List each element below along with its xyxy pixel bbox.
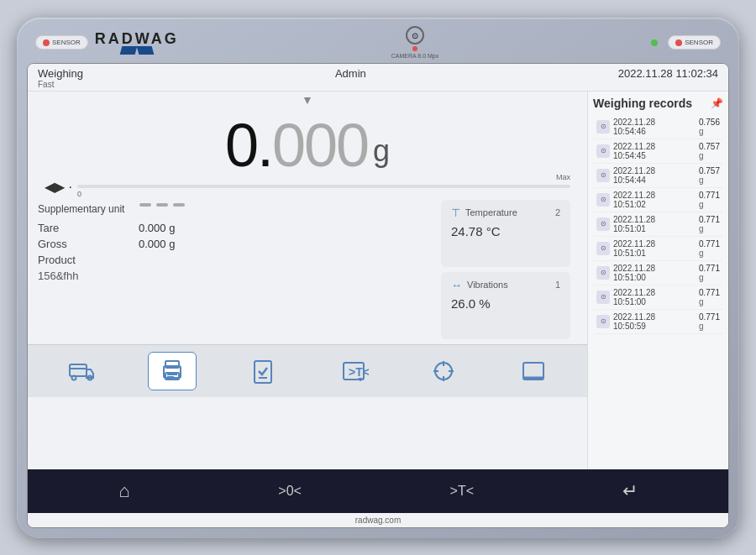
right-sensor-green-dot	[651, 39, 658, 46]
record-value-0: 0.756 g	[699, 118, 720, 136]
record-item: ⊙ 2022.11.2810:51:00 0.771 g	[593, 285, 723, 310]
record-left-4: ⊙ 2022.11.2810:51:01	[596, 215, 655, 233]
tare-button[interactable]: >T<	[437, 480, 487, 502]
record-icon-2: ⊙	[596, 169, 610, 182]
vibrations-value: 26.0 %	[451, 296, 560, 311]
truck-print-button[interactable]	[58, 353, 105, 390]
records-title-text: Weighing records	[593, 97, 692, 110]
record-item: ⊙ 2022.11.2810:51:01 0.771 g	[593, 237, 723, 261]
product-row: Product	[38, 254, 428, 266]
print-button[interactable]	[148, 352, 197, 390]
gross-value: 0.000 g	[139, 238, 175, 250]
record-left-8: ⊙ 2022.11.2810:50:59	[596, 312, 655, 331]
top-bar-right: SENSOR	[651, 35, 721, 50]
record-datetime-1: 2022.11.2810:54:45	[613, 142, 655, 160]
record-icon-0: ⊙	[596, 120, 610, 134]
record-left-7: ⊙ 2022.11.2810:51:00	[596, 288, 655, 306]
records-list: ⊙ 2022.11.2810:54:46 0.756 g ⊙ 2022.11.2…	[593, 115, 723, 334]
top-bar-left: SENSOR RADWAG	[35, 30, 179, 55]
target-t-button[interactable]: >T<	[330, 353, 377, 390]
record-datetime-4: 2022.11.2810:51:01	[613, 215, 655, 233]
weight-display: 0.000 g	[28, 108, 587, 179]
temperature-widget: ⊤ Temperature 2 24.78 °C	[441, 200, 570, 267]
record-icon-1: ⊙	[596, 144, 610, 158]
weight-decimal: 000	[272, 112, 368, 179]
camera-dot	[412, 46, 417, 51]
main-panel: ▼ 0.000 g ◀▶ · 0 Max	[28, 92, 587, 469]
widgets-area: ⊤ Temperature 2 24.78 °C ↔ Vibrations 1	[434, 200, 577, 339]
gross-row: Gross 0.000 g	[38, 238, 428, 250]
record-datetime-8: 2022.11.2810:50:59	[613, 312, 655, 331]
record-item: ⊙ 2022.11.2810:50:59 0.771 g	[593, 310, 723, 334]
record-icon-3: ⊙	[596, 193, 610, 207]
info-area: Supplementary unit Tare 0.000 g	[28, 195, 587, 344]
record-item: ⊙ 2022.11.2810:54:44 0.757 g	[593, 164, 723, 188]
record-item: ⊙ 2022.11.2810:51:00 0.771 g	[593, 261, 723, 285]
record-value-7: 0.771 g	[699, 288, 720, 306]
record-icon-4: ⊙	[596, 217, 610, 231]
pin-icon: 📌	[711, 97, 723, 109]
record-value-5: 0.771 g	[699, 239, 720, 258]
tare-value: 0.000 g	[139, 222, 175, 234]
record-left-2: ⊙ 2022.11.2810:54:44	[596, 166, 655, 185]
dot1	[139, 203, 151, 207]
temp-side-num: 2	[555, 207, 560, 217]
vibrations-widget: ↔ Vibrations 1 26.0 %	[441, 272, 570, 339]
scale-zero-label: 0	[77, 190, 81, 198]
camera-area: ⊙ CAMERA 8.0 Mpx	[391, 26, 438, 59]
temperature-header: ⊤ Temperature 2	[451, 207, 560, 219]
record-datetime-7: 2022.11.2810:51:00	[613, 288, 655, 306]
scale-bar-area: ◀▶ · 0 Max	[28, 179, 587, 195]
temperature-title: Temperature	[465, 207, 517, 217]
tare-row: Tare 0.000 g	[38, 222, 428, 234]
enter-button[interactable]: ↵	[609, 477, 651, 505]
dropdown-area[interactable]: ▼	[28, 92, 587, 108]
thermometer-icon: ⊤	[451, 207, 460, 219]
supplementary-label: Supplementary unit	[38, 203, 124, 215]
record-left-3: ⊙ 2022.11.2810:51:02	[596, 191, 655, 209]
bottom-nav: ⌂ >0< >T< ↵	[28, 469, 728, 513]
home-button[interactable]: ⌂	[105, 477, 143, 505]
info-left: Supplementary unit Tare 0.000 g	[38, 200, 428, 339]
vibrations-header: ↔ Vibrations 1	[451, 279, 560, 291]
records-title: Weighing records 📌	[593, 97, 723, 110]
record-value-2: 0.757 g	[699, 166, 720, 185]
header-user: Admin	[335, 67, 366, 80]
product-label: Product	[38, 254, 139, 266]
right-sensor-badge: SENSOR	[668, 35, 721, 50]
gross-label: Gross	[38, 238, 139, 250]
record-datetime-0: 2022.11.2810:54:46	[613, 118, 655, 136]
record-item: ⊙ 2022.11.2810:54:46 0.756 g	[593, 115, 723, 139]
camera-icon: ⊙	[406, 26, 424, 45]
header-datetime: 2022.11.28 11:02:34	[618, 67, 718, 80]
header-left: Weighing Fast	[38, 67, 83, 89]
record-item: ⊙ 2022.11.2810:54:45 0.757 g	[593, 139, 723, 164]
screen-header: Weighing Fast Admin 2022.11.28 11:02:34	[28, 64, 728, 92]
bottom-bar-button[interactable]	[510, 353, 557, 390]
record-datetime-2: 2022.11.2810:54:44	[613, 166, 655, 185]
scale-icon: ◀▶ ·	[45, 179, 72, 195]
dot3	[173, 203, 185, 207]
crosshair-button[interactable]	[420, 353, 467, 390]
right-sensor-dot	[675, 39, 682, 46]
record-value-6: 0.771 g	[699, 264, 720, 282]
record-left-1: ⊙ 2022.11.2810:54:45	[596, 142, 655, 160]
clipboard-check-button[interactable]	[239, 353, 286, 390]
zero-button[interactable]: >0<	[265, 480, 315, 502]
record-left-0: ⊙ 2022.11.2810:54:46	[596, 118, 655, 136]
header-mode: Weighing	[38, 67, 83, 80]
footer-bar: radwag.com	[28, 513, 728, 527]
scale-bar: 0 Max	[77, 185, 570, 188]
supplementary-unit-row: Supplementary unit	[38, 200, 428, 218]
left-sensor-dot	[43, 39, 50, 46]
device-frame: SENSOR RADWAG ⊙ CAMERA 8.0 Mpx SENSOR	[17, 18, 739, 538]
record-value-1: 0.757 g	[699, 142, 720, 160]
top-hardware-bar: SENSOR RADWAG ⊙ CAMERA 8.0 Mpx SENSOR	[27, 28, 729, 58]
dot2	[156, 203, 168, 207]
weight-integer: 0.	[225, 112, 272, 179]
record-left-5: ⊙ 2022.11.2810:51:01	[596, 239, 655, 258]
logo: RADWAG	[95, 30, 179, 55]
svg-point-1	[71, 375, 76, 380]
brand-name: RADWAG	[95, 30, 179, 48]
product-name: 156&fhh	[38, 270, 428, 282]
